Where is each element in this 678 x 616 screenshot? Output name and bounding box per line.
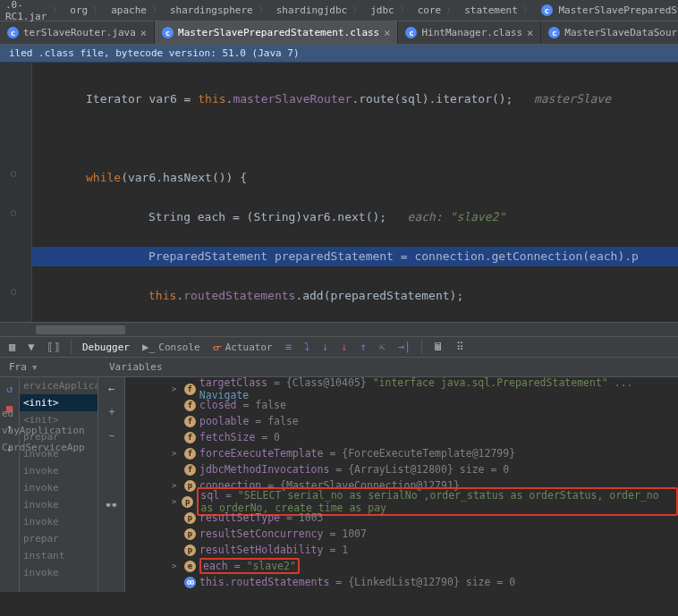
variable-row[interactable]: presultSetHoldability = 1 xyxy=(136,542,678,558)
minus-icon[interactable]: － xyxy=(106,428,117,443)
inline-hint: each: xyxy=(386,210,449,224)
frame-item[interactable]: invoke xyxy=(20,496,97,513)
class-icon: c xyxy=(405,27,417,38)
variable-name: resultSetHoldability xyxy=(199,544,323,556)
restart-icon[interactable]: ↺ xyxy=(6,383,13,395)
variable-value: 0 xyxy=(274,431,280,443)
class-icon: c xyxy=(7,27,19,38)
breadcrumb-part-3[interactable]: shardingjdbc〉 xyxy=(275,4,369,17)
equals-sign: = xyxy=(267,377,286,389)
frame-item[interactable]: invoke xyxy=(20,513,97,530)
step-over-button[interactable]: ⤵ xyxy=(299,339,315,355)
chevron-right-icon: 〉 xyxy=(446,4,455,17)
trace-button[interactable]: ⠿ xyxy=(451,339,470,355)
code-editor[interactable]: ○ ○ ○ Iterator var6 = this.masterSlaveRo… xyxy=(0,63,678,322)
variable-row[interactable]: fpoolable = false xyxy=(136,413,678,429)
variables-panel[interactable]: ← ＋ － 👓 >ftargetClass = {Class@10405} "i… xyxy=(98,377,678,592)
breadcrumb-label: shardingjdbc xyxy=(276,4,347,16)
filter-button[interactable]: ▼ xyxy=(22,339,39,355)
variable-row[interactable]: >fforceExecuteTemplate = {ForceExecuteTe… xyxy=(136,445,678,461)
force-step-into-button[interactable]: ↓ xyxy=(335,339,352,355)
variable-name: sql xyxy=(200,489,219,502)
variable-row[interactable]: fjdbcMethodInvocations = {ArrayList@1280… xyxy=(136,461,678,477)
frame-item[interactable]: prepar xyxy=(20,530,97,547)
threads-button[interactable]: ≡ xyxy=(280,339,297,355)
plus-icon[interactable]: ＋ xyxy=(106,404,117,419)
equals-sign: = xyxy=(329,463,348,476)
breadcrumb-part-5[interactable]: core〉 xyxy=(416,4,463,17)
drop-frame-button[interactable]: ⇱ xyxy=(374,339,391,355)
frame-cut-label: CardServiceApp xyxy=(0,439,87,456)
breadcrumb-final[interactable]: c MasterSlavePreparedStatement xyxy=(539,4,678,16)
calculator-icon: 🖩 xyxy=(433,341,444,353)
variables-column-label: Variables xyxy=(98,361,163,373)
expand-icon[interactable]: > xyxy=(172,449,181,458)
step-out-button[interactable]: ↑ xyxy=(354,339,371,355)
editor-tab-0[interactable]: c terSlaveRouter.java × xyxy=(0,21,155,44)
variable-name: jdbcMethodInvocations xyxy=(199,463,329,476)
variable-value: {ForceExecuteTemplate@12799} xyxy=(342,447,515,460)
separator xyxy=(421,340,422,354)
breakpoint-icon[interactable]: ○ xyxy=(11,207,21,218)
frame-item[interactable]: invoke xyxy=(20,564,97,581)
breadcrumb-part-0[interactable]: org〉 xyxy=(68,4,109,17)
bookmark-button[interactable]: ⟦⟧ xyxy=(41,339,64,355)
close-icon[interactable]: × xyxy=(384,27,390,39)
expand-icon[interactable]: > xyxy=(172,384,181,393)
equals-sign: = xyxy=(237,399,256,411)
step-into-icon: ↓ xyxy=(322,341,328,353)
breadcrumb-part-4[interactable]: jdbc〉 xyxy=(369,4,416,17)
frame-item[interactable]: invoke xyxy=(20,479,97,496)
scrollbar-thumb[interactable] xyxy=(36,325,125,334)
evaluate-button[interactable]: 🖩 xyxy=(428,339,449,355)
console-tab[interactable]: ▶_Console xyxy=(137,339,206,355)
frame-item[interactable]: erviceApplicati xyxy=(20,377,97,394)
frames-column-label[interactable]: Fra▼ xyxy=(0,361,98,373)
close-icon[interactable]: × xyxy=(527,27,533,39)
variable-row[interactable]: presultSetConcurrency = 1007 xyxy=(136,526,678,542)
step-into-button[interactable]: ↓ xyxy=(317,339,334,355)
expand-icon[interactable]: > xyxy=(172,497,178,506)
decompiled-banner: iled .class file, bytecode version: 51.0… xyxy=(0,45,678,63)
equals-sign: = xyxy=(323,527,342,540)
breakpoint-icon[interactable]: ○ xyxy=(11,286,21,297)
chevron-right-icon: 〉 xyxy=(523,4,532,17)
equals-sign: = xyxy=(329,576,348,588)
variable-row[interactable]: oothis.routedStatements = {LinkedList@12… xyxy=(136,574,678,590)
debugger-tab[interactable]: Debugger xyxy=(77,340,135,355)
code-token: routedStatements xyxy=(183,289,295,302)
horizontal-scrollbar[interactable] xyxy=(0,322,678,336)
close-icon[interactable]: × xyxy=(140,27,147,39)
code-token: while xyxy=(86,171,121,184)
variable-name: forceExecuteTemplate xyxy=(199,447,323,460)
variable-row[interactable]: >psql = "SELECT serial_no as serialNo ,o… xyxy=(136,494,678,510)
editor-tab-2[interactable]: c HintManager.class × xyxy=(398,21,541,44)
variable-inner: jdbcMethodInvocations = {ArrayList@12800… xyxy=(199,463,509,476)
back-icon[interactable]: ← xyxy=(108,383,114,395)
variable-value: {LinkedList@12790} size = 0 xyxy=(348,576,515,588)
breadcrumb-part-2[interactable]: shardingsphere〉 xyxy=(168,4,275,17)
breadcrumb-jar[interactable]: .0-RC1.jar〉 xyxy=(4,0,68,22)
actuator-icon: ᓂ xyxy=(213,341,222,353)
code-content: Iterator var6 = this.masterSlaveRouter.r… xyxy=(32,63,678,322)
variable-row[interactable]: >eeach = "slave2" xyxy=(136,558,678,574)
actuator-tab[interactable]: ᓂActuator xyxy=(208,339,278,355)
expand-icon[interactable]: > xyxy=(172,481,181,490)
variable-row[interactable]: ffetchSize = 0 xyxy=(136,429,678,445)
breadcrumb-part-6[interactable]: statement〉 xyxy=(462,4,539,17)
tab-label: HintManager.class xyxy=(421,27,522,38)
glasses-icon[interactable]: 👓 xyxy=(105,499,118,511)
breakpoint-icon[interactable]: ○ xyxy=(11,168,21,179)
breadcrumb-part-1[interactable]: apache〉 xyxy=(109,4,168,17)
editor-tab-3[interactable]: c MasterSlaveDataSource.class × xyxy=(541,21,678,44)
frame-item[interactable]: invoke xyxy=(20,462,97,479)
ellipsis: ... xyxy=(608,377,633,389)
editor-tab-1[interactable]: c MasterSlavePreparedStatement.class × xyxy=(155,21,398,44)
expand-icon[interactable]: > xyxy=(172,561,181,570)
run-to-cursor-button[interactable]: →| xyxy=(393,339,416,355)
variable-row[interactable]: >ftargetClass = {Class@10405} "interface… xyxy=(136,381,678,397)
layout-button[interactable]: ▦ xyxy=(4,339,21,355)
breadcrumb-label: jdbc xyxy=(370,4,394,16)
frames-header: Fra▼ Variables xyxy=(0,358,678,377)
frame-item[interactable]: instant xyxy=(20,547,97,564)
